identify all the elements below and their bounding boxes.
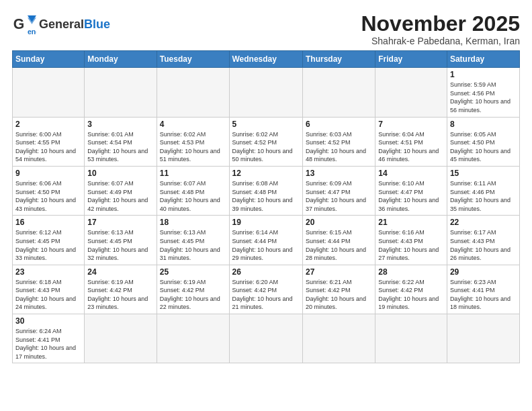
weekday-header-row: SundayMondayTuesdayWednesdayThursdayFrid… bbox=[13, 51, 520, 68]
day-number: 11 bbox=[160, 169, 226, 178]
calendar-day bbox=[375, 68, 447, 117]
day-info: Sunrise: 6:15 AM Sunset: 4:44 PM Dayligh… bbox=[306, 228, 372, 262]
location-subtitle: Shahrak-e Pabedana, Kerman, Iran bbox=[361, 36, 520, 46]
day-number: 22 bbox=[450, 218, 517, 227]
calendar-day: 3Sunrise: 6:01 AM Sunset: 4:54 PM Daylig… bbox=[85, 117, 157, 166]
day-number: 6 bbox=[306, 120, 372, 129]
day-info: Sunrise: 6:22 AM Sunset: 4:42 PM Dayligh… bbox=[378, 278, 444, 312]
calendar-table: SundayMondayTuesdayWednesdayThursdayFrid… bbox=[12, 50, 520, 363]
day-number: 20 bbox=[306, 218, 372, 227]
day-number: 13 bbox=[306, 169, 372, 178]
calendar-day: 9Sunrise: 6:06 AM Sunset: 4:50 PM Daylig… bbox=[13, 166, 85, 215]
svg-text:eneral: eneral bbox=[28, 28, 36, 36]
calendar-day: 29Sunrise: 6:23 AM Sunset: 4:41 PM Dayli… bbox=[447, 265, 519, 314]
day-info: Sunrise: 6:07 AM Sunset: 4:48 PM Dayligh… bbox=[160, 179, 226, 213]
day-info: Sunrise: 6:13 AM Sunset: 4:45 PM Dayligh… bbox=[160, 228, 226, 262]
day-number: 3 bbox=[87, 120, 153, 129]
calendar-day bbox=[447, 314, 519, 363]
day-info: Sunrise: 6:05 AM Sunset: 4:50 PM Dayligh… bbox=[450, 130, 517, 164]
day-info: Sunrise: 6:07 AM Sunset: 4:49 PM Dayligh… bbox=[87, 179, 153, 213]
day-info: Sunrise: 6:02 AM Sunset: 4:52 PM Dayligh… bbox=[232, 130, 300, 164]
calendar-week-2: 2Sunrise: 6:00 AM Sunset: 4:55 PM Daylig… bbox=[13, 117, 520, 166]
calendar-week-5: 23Sunrise: 6:18 AM Sunset: 4:43 PM Dayli… bbox=[13, 265, 520, 314]
calendar-day: 27Sunrise: 6:21 AM Sunset: 4:42 PM Dayli… bbox=[302, 265, 375, 314]
day-info: Sunrise: 6:13 AM Sunset: 4:45 PM Dayligh… bbox=[87, 228, 153, 262]
calendar-day bbox=[13, 68, 85, 117]
day-number: 7 bbox=[378, 120, 444, 129]
day-info: Sunrise: 6:16 AM Sunset: 4:43 PM Dayligh… bbox=[378, 228, 444, 262]
calendar-week-1: 1Sunrise: 5:59 AM Sunset: 4:56 PM Daylig… bbox=[13, 68, 520, 117]
calendar-day: 2Sunrise: 6:00 AM Sunset: 4:55 PM Daylig… bbox=[13, 117, 85, 166]
day-info: Sunrise: 5:59 AM Sunset: 4:56 PM Dayligh… bbox=[450, 81, 517, 114]
day-info: Sunrise: 6:04 AM Sunset: 4:51 PM Dayligh… bbox=[378, 130, 444, 164]
weekday-header-thursday: Thursday bbox=[302, 51, 375, 68]
calendar-day: 18Sunrise: 6:13 AM Sunset: 4:45 PM Dayli… bbox=[157, 216, 229, 265]
calendar-day: 12Sunrise: 6:08 AM Sunset: 4:48 PM Dayli… bbox=[229, 166, 302, 215]
day-number: 18 bbox=[160, 218, 226, 227]
weekday-header-wednesday: Wednesday bbox=[229, 51, 302, 68]
title-area: November 2025 Shahrak-e Pabedana, Kerman… bbox=[361, 12, 520, 46]
calendar-day bbox=[85, 314, 157, 363]
day-number: 8 bbox=[450, 120, 517, 129]
day-info: Sunrise: 6:00 AM Sunset: 4:55 PM Dayligh… bbox=[15, 130, 81, 164]
calendar-day: 24Sunrise: 6:19 AM Sunset: 4:42 PM Dayli… bbox=[85, 265, 157, 314]
calendar-day: 17Sunrise: 6:13 AM Sunset: 4:45 PM Dayli… bbox=[85, 216, 157, 265]
day-info: Sunrise: 6:17 AM Sunset: 4:43 PM Dayligh… bbox=[450, 228, 517, 262]
day-number: 4 bbox=[160, 120, 226, 129]
day-info: Sunrise: 6:20 AM Sunset: 4:42 PM Dayligh… bbox=[232, 278, 300, 312]
day-number: 1 bbox=[450, 70, 517, 79]
day-number: 21 bbox=[378, 218, 444, 227]
calendar-day: 15Sunrise: 6:11 AM Sunset: 4:46 PM Dayli… bbox=[447, 166, 519, 215]
day-info: Sunrise: 6:23 AM Sunset: 4:41 PM Dayligh… bbox=[450, 278, 517, 312]
header: G eneral GeneralBlue November 2025 Shahr… bbox=[12, 12, 520, 46]
calendar-day bbox=[229, 314, 302, 363]
calendar-day: 25Sunrise: 6:19 AM Sunset: 4:42 PM Dayli… bbox=[157, 265, 229, 314]
weekday-header-tuesday: Tuesday bbox=[157, 51, 229, 68]
svg-text:G: G bbox=[13, 16, 25, 32]
day-info: Sunrise: 6:10 AM Sunset: 4:47 PM Dayligh… bbox=[378, 179, 444, 213]
calendar-day: 23Sunrise: 6:18 AM Sunset: 4:43 PM Dayli… bbox=[13, 265, 85, 314]
calendar-day: 1Sunrise: 5:59 AM Sunset: 4:56 PM Daylig… bbox=[447, 68, 519, 117]
generalblue-logo-icon: G eneral bbox=[12, 12, 36, 36]
calendar-day bbox=[302, 68, 375, 117]
calendar-day: 22Sunrise: 6:17 AM Sunset: 4:43 PM Dayli… bbox=[447, 216, 519, 265]
weekday-header-friday: Friday bbox=[375, 51, 447, 68]
day-number: 2 bbox=[15, 120, 81, 129]
day-number: 26 bbox=[232, 267, 300, 277]
calendar-day: 11Sunrise: 6:07 AM Sunset: 4:48 PM Dayli… bbox=[157, 166, 229, 215]
day-info: Sunrise: 6:19 AM Sunset: 4:42 PM Dayligh… bbox=[160, 278, 226, 312]
day-info: Sunrise: 6:21 AM Sunset: 4:42 PM Dayligh… bbox=[306, 278, 372, 312]
month-title: November 2025 bbox=[361, 12, 520, 36]
calendar-day bbox=[302, 314, 375, 363]
day-info: Sunrise: 6:09 AM Sunset: 4:47 PM Dayligh… bbox=[306, 179, 372, 213]
day-info: Sunrise: 6:02 AM Sunset: 4:53 PM Dayligh… bbox=[160, 130, 226, 164]
calendar-day: 21Sunrise: 6:16 AM Sunset: 4:43 PM Dayli… bbox=[375, 216, 447, 265]
calendar-day: 28Sunrise: 6:22 AM Sunset: 4:42 PM Dayli… bbox=[375, 265, 447, 314]
svg-marker-2 bbox=[28, 17, 36, 24]
calendar-day: 20Sunrise: 6:15 AM Sunset: 4:44 PM Dayli… bbox=[302, 216, 375, 265]
day-number: 19 bbox=[232, 218, 300, 227]
day-number: 16 bbox=[15, 218, 81, 227]
day-info: Sunrise: 6:12 AM Sunset: 4:45 PM Dayligh… bbox=[15, 228, 81, 262]
day-number: 29 bbox=[450, 267, 517, 277]
calendar-day: 8Sunrise: 6:05 AM Sunset: 4:50 PM Daylig… bbox=[447, 117, 519, 166]
day-number: 25 bbox=[160, 267, 226, 277]
day-number: 10 bbox=[87, 169, 153, 178]
day-number: 23 bbox=[15, 267, 81, 277]
weekday-header-sunday: Sunday bbox=[13, 51, 85, 68]
weekday-header-monday: Monday bbox=[85, 51, 157, 68]
day-number: 14 bbox=[378, 169, 444, 178]
day-info: Sunrise: 6:14 AM Sunset: 4:44 PM Dayligh… bbox=[232, 228, 300, 262]
day-number: 12 bbox=[232, 169, 300, 178]
calendar-day bbox=[375, 314, 447, 363]
weekday-header-saturday: Saturday bbox=[447, 51, 519, 68]
calendar-day: 14Sunrise: 6:10 AM Sunset: 4:47 PM Dayli… bbox=[375, 166, 447, 215]
day-info: Sunrise: 6:24 AM Sunset: 4:41 PM Dayligh… bbox=[15, 327, 81, 361]
calendar-day: 19Sunrise: 6:14 AM Sunset: 4:44 PM Dayli… bbox=[229, 216, 302, 265]
calendar-week-6: 30Sunrise: 6:24 AM Sunset: 4:41 PM Dayli… bbox=[13, 314, 520, 363]
day-info: Sunrise: 6:18 AM Sunset: 4:43 PM Dayligh… bbox=[15, 278, 81, 312]
logo: G eneral GeneralBlue bbox=[12, 12, 110, 36]
day-info: Sunrise: 6:11 AM Sunset: 4:46 PM Dayligh… bbox=[450, 179, 517, 213]
logo-text: GeneralBlue bbox=[39, 18, 110, 30]
day-info: Sunrise: 6:01 AM Sunset: 4:54 PM Dayligh… bbox=[87, 130, 153, 164]
